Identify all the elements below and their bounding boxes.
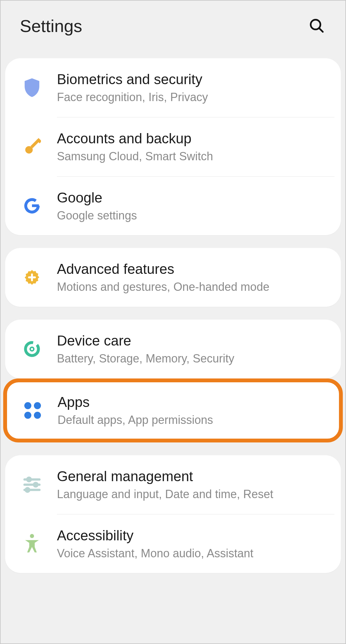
settings-group: Biometrics and security Face recognition…: [5, 58, 341, 235]
settings-row-general[interactable]: General management Language and input, D…: [5, 455, 341, 514]
key-icon: [20, 138, 43, 156]
settings-row-devicecare[interactable]: Device care Battery, Storage, Memory, Se…: [5, 320, 341, 378]
row-subtitle: Face recognition, Iris, Privacy: [57, 90, 329, 105]
svg-point-11: [34, 483, 37, 486]
settings-group: General management Language and input, D…: [5, 455, 341, 573]
row-text: Apps Default apps, App permissions: [58, 393, 327, 428]
row-subtitle: Motions and gestures, One-handed mode: [57, 280, 329, 295]
sliders-icon: [20, 476, 43, 493]
row-subtitle: Default apps, App permissions: [58, 413, 327, 428]
shield-icon: [20, 78, 43, 97]
settings-row-biometrics[interactable]: Biometrics and security Face recognition…: [5, 58, 341, 117]
search-icon: [308, 17, 325, 35]
row-subtitle: Language and input, Date and time, Reset: [57, 487, 329, 502]
row-title: Apps: [58, 393, 327, 411]
row-subtitle: Samsung Cloud, Smart Switch: [57, 149, 329, 164]
settings-row-advanced[interactable]: Advanced features Motions and gestures, …: [5, 248, 341, 307]
page-title: Settings: [20, 16, 82, 36]
svg-line-1: [319, 28, 323, 32]
svg-point-9: [27, 478, 31, 481]
svg-point-7: [31, 348, 33, 350]
google-icon: [20, 197, 43, 214]
row-title: Device care: [57, 332, 329, 349]
row-text: Advanced features Motions and gestures, …: [57, 260, 329, 295]
settings-row-google[interactable]: Google Google settings: [5, 177, 341, 235]
row-title: Accessibility: [57, 527, 329, 544]
search-button[interactable]: [307, 16, 326, 36]
settings-row-apps[interactable]: Apps Default apps, App permissions: [7, 382, 339, 439]
accessibility-icon: [20, 534, 43, 553]
row-title: Biometrics and security: [57, 70, 329, 88]
row-title: Advanced features: [57, 260, 329, 278]
device-care-icon: [20, 340, 43, 358]
apps-icon: [21, 402, 44, 419]
settings-group: Device care Battery, Storage, Memory, Se…: [5, 320, 341, 378]
row-text: Biometrics and security Face recognition…: [57, 70, 329, 105]
svg-point-14: [30, 534, 34, 538]
settings-row-accessibility[interactable]: Accessibility Voice Assistant, Mono audi…: [5, 514, 341, 573]
row-title: Google: [57, 189, 329, 206]
header: Settings: [1, 1, 345, 58]
row-text: Device care Battery, Storage, Memory, Se…: [57, 332, 329, 366]
row-subtitle: Battery, Storage, Memory, Security: [57, 351, 329, 366]
row-subtitle: Voice Assistant, Mono audio, Assistant: [57, 546, 329, 561]
row-title: General management: [57, 467, 329, 485]
highlighted-settings-row: Apps Default apps, App permissions: [3, 378, 343, 442]
svg-point-13: [26, 488, 29, 491]
row-text: Accessibility Voice Assistant, Mono audi…: [57, 527, 329, 561]
row-subtitle: Google settings: [57, 208, 329, 223]
row-title: Accounts and backup: [57, 130, 329, 147]
settings-group: Advanced features Motions and gestures, …: [5, 248, 341, 307]
row-text: Google Google settings: [57, 189, 329, 223]
row-text: General management Language and input, D…: [57, 467, 329, 502]
gear-plus-icon: [20, 268, 43, 286]
settings-row-accounts[interactable]: Accounts and backup Samsung Cloud, Smart…: [5, 117, 341, 176]
row-text: Accounts and backup Samsung Cloud, Smart…: [57, 130, 329, 164]
